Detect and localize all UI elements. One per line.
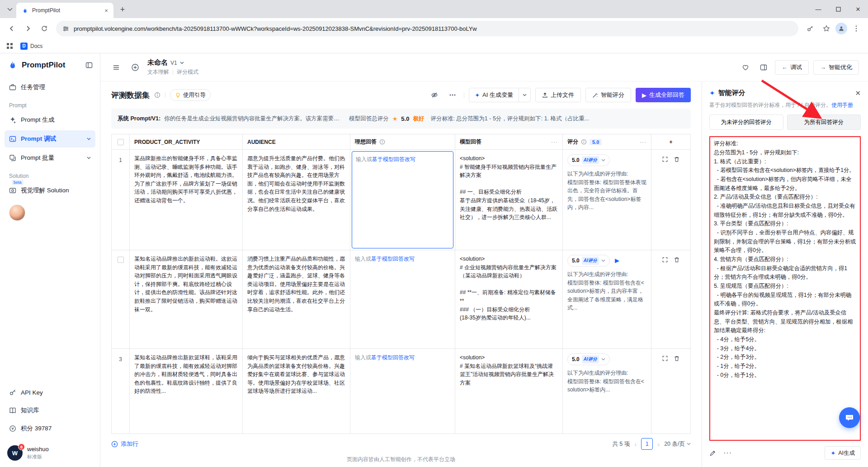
sidebar-item-task-management[interactable]: 任务管理	[5, 79, 95, 96]
reload-icon[interactable]	[37, 21, 52, 36]
prev-page-icon[interactable]: ‹	[634, 440, 637, 448]
info-icon[interactable]	[154, 92, 160, 98]
row-index-cell[interactable]: 3	[112, 349, 130, 434]
model-answer-cell[interactable]: <solution> # 智能健身手环短视频营销内容批量生产解决方案 ## 一、…	[455, 150, 563, 250]
trash-icon[interactable]	[674, 355, 680, 362]
window-close-icon[interactable]: ✕	[848, 0, 868, 18]
hide-columns-icon[interactable]	[428, 88, 441, 102]
ideal-answer-cell[interactable]: 输入或基于模型回答改写	[350, 250, 455, 348]
criteria-text[interactable]: 总分范围为1 - 5分，评分规则如下: 1. 格式（占比重要）: - 若模型回答…	[714, 148, 856, 436]
chevron-down-icon[interactable]	[180, 62, 184, 64]
score-unscored-button[interactable]: 为未评分的回答评分	[709, 114, 783, 130]
more-actions-icon[interactable]	[446, 88, 459, 102]
sidebar-item-prompt-debug[interactable]: Prompt 调试	[5, 130, 95, 148]
audience-cell[interactable]: 愿意为提升生活质量的产品付费。他们热衷于运动，如跑步、健身、游泳等，对科技产品也…	[243, 150, 350, 250]
digital-human-avatar[interactable]	[9, 205, 25, 221]
debug-button[interactable]: ← 调试	[775, 60, 809, 75]
task-title-block[interactable]: 未命名 V1 文本理解 评分模式	[147, 58, 198, 76]
new-tab-button[interactable]: +	[116, 3, 129, 16]
column-more-icon[interactable]: ···	[640, 139, 646, 145]
rewrite-from-model-link[interactable]: 基于模型回答改写	[371, 354, 415, 361]
product-cell[interactable]: 某品牌新推出的智能健身手环，具备心率监测、运动记录、睡眠监测等多种功能。该手环外…	[130, 150, 243, 250]
select-all-checkbox[interactable]	[118, 139, 124, 145]
password-key-icon[interactable]	[803, 21, 817, 36]
score-dropdown[interactable]: 5.0 AI评分	[567, 255, 610, 267]
column-more-icon[interactable]: ···	[551, 139, 558, 145]
column-header-model[interactable]: 模型回答 ···	[455, 134, 563, 149]
site-settings-icon[interactable]	[62, 25, 69, 32]
smart-optimize-button[interactable]: → 智能优化	[813, 60, 859, 75]
row-index-cell[interactable]: 1	[112, 150, 130, 250]
info-icon[interactable]	[379, 139, 385, 145]
feedback-icon[interactable]	[739, 61, 752, 74]
apps-grid-icon[interactable]	[6, 43, 13, 49]
window-maximize-icon[interactable]	[828, 0, 848, 18]
collapse-sidebar-icon[interactable]	[85, 62, 93, 69]
support-chat-button[interactable]	[839, 407, 860, 428]
model-answer-cell[interactable]: <solution> # 某知名运动品牌新款篮球鞋及“挑战灌篮王”活动短视频营销…	[455, 349, 563, 434]
ai-generate-criteria-button[interactable]: ✦ AI生成	[825, 446, 861, 460]
sidebar-item-knowledge-base[interactable]: 知识库	[5, 402, 95, 419]
column-header-score[interactable]: 评分 5.0 ···	[563, 134, 651, 149]
info-icon[interactable]	[581, 139, 587, 145]
column-header-ideal[interactable]: 理想回答	[350, 134, 455, 149]
expand-icon[interactable]	[662, 257, 668, 263]
system-prompt-bar[interactable]: 系统 Prompt/V1: 你的任务是生成企业短视频营销内容批量生产解决方案。该…	[111, 109, 691, 129]
bookmark-star-icon[interactable]	[819, 21, 834, 36]
browser-tab[interactable]: PromptPilot ×	[16, 3, 113, 18]
sidebar-item-prompt-generate[interactable]: Prompt 生成	[5, 111, 95, 129]
window-minimize-icon[interactable]: —	[808, 0, 828, 18]
product-cell[interactable]: 某知名运动品牌推出的新款运动鞋。这款运动鞋采用了最新的缓震科技，能有效减轻运动对…	[130, 250, 243, 348]
ideal-answer-cell[interactable]: 输入或基于模型回答改写	[350, 349, 455, 434]
score-dropdown[interactable]: 5.0 AI评分	[567, 353, 610, 365]
ideal-answer-input[interactable]: 输入或基于模型回答改写	[352, 151, 453, 248]
ai-generate-variables-button[interactable]: ✦ AI 生成变量	[469, 88, 519, 102]
user-profile[interactable]: W 8 weishuo 标准版	[0, 440, 100, 462]
add-column-button[interactable]: +	[651, 134, 690, 149]
column-header-product[interactable]: PRODUCT_OR_ACTIVITY	[130, 134, 243, 149]
tab-close-icon[interactable]: ×	[103, 7, 110, 14]
expand-icon[interactable]	[662, 156, 668, 162]
layout-panel-icon[interactable]	[757, 61, 770, 74]
next-page-icon[interactable]: ›	[657, 440, 660, 448]
more-options-icon[interactable]: ···	[723, 449, 732, 457]
ai-generate-variables-dropdown[interactable]	[519, 88, 530, 102]
edit-pencil-icon[interactable]	[709, 450, 716, 457]
generate-all-answers-button[interactable]: ▶ 生成全部回答	[636, 88, 691, 102]
add-task-icon[interactable]	[128, 61, 142, 74]
audience-cell[interactable]: 消费习惯上注重产品的品质和功能性，愿意为优质的运动装备支付较高的价格。兴趣爱好广…	[243, 250, 350, 348]
manual-link[interactable]: 使用手册	[831, 102, 853, 108]
trash-icon[interactable]	[674, 156, 680, 162]
back-icon[interactable]	[5, 21, 19, 36]
score-all-button[interactable]: 为所有回答评分	[787, 114, 861, 130]
row-checkbox[interactable]	[118, 257, 124, 263]
app-logo[interactable]: PromptPilot	[0, 60, 100, 78]
forward-icon[interactable]	[21, 21, 35, 36]
bookmark-docs[interactable]: D Docs	[20, 43, 42, 50]
sidebar-item-vision-solution[interactable]: beta 视觉理解 Solution	[5, 182, 95, 199]
product-cell[interactable]: 某知名运动品牌推出新款篮球鞋，该鞋采用了最新的缓震科技，能有效减轻运动对脚部的冲…	[130, 349, 243, 434]
rewrite-from-model-link[interactable]: 基于模型回答改写	[371, 256, 415, 262]
browser-profile-avatar[interactable]	[835, 23, 847, 34]
expand-icon[interactable]	[662, 355, 668, 362]
audience-cell[interactable]: 倾向于购买与篮球相关的优质产品，愿意为高品质的篮球装备支付较高价格。兴趣爱好集中…	[243, 349, 350, 434]
ideal-answer-cell[interactable]: 输入或基于模型回答改写	[350, 150, 455, 250]
close-icon[interactable]: ✕	[855, 89, 861, 97]
model-answer-cell[interactable]: <solution> # 企业短视频营销内容批量生产解决方案（某运动品牌新款运动…	[455, 250, 563, 348]
upload-file-button[interactable]: 上传文件	[535, 88, 581, 102]
trash-icon[interactable]	[674, 257, 680, 263]
usage-guide-button[interactable]: 使用引导	[170, 89, 211, 101]
browser-menu-icon[interactable]	[849, 21, 863, 36]
page-size-select[interactable]: 20 条/页	[664, 440, 691, 448]
tab-search-icon[interactable]	[4, 3, 16, 16]
row-select-cell[interactable]	[112, 250, 130, 348]
add-row-button[interactable]: 添加行	[111, 440, 138, 448]
column-header-audience[interactable]: AUDIENCE	[243, 134, 350, 149]
rewrite-from-model-link[interactable]: 基于模型回答改写	[372, 156, 415, 162]
score-dropdown[interactable]: 5.0 AI评分	[567, 154, 610, 166]
sidebar-item-prompt-batch[interactable]: Prompt 批量	[5, 149, 95, 167]
url-bar[interactable]: promptpilot.volcengine.com/workbench/ta-…	[56, 21, 798, 36]
sidebar-item-credits[interactable]: 积分 39787	[5, 420, 95, 437]
menu-hamburger-icon[interactable]	[109, 61, 123, 74]
current-page[interactable]: 1	[641, 438, 653, 450]
